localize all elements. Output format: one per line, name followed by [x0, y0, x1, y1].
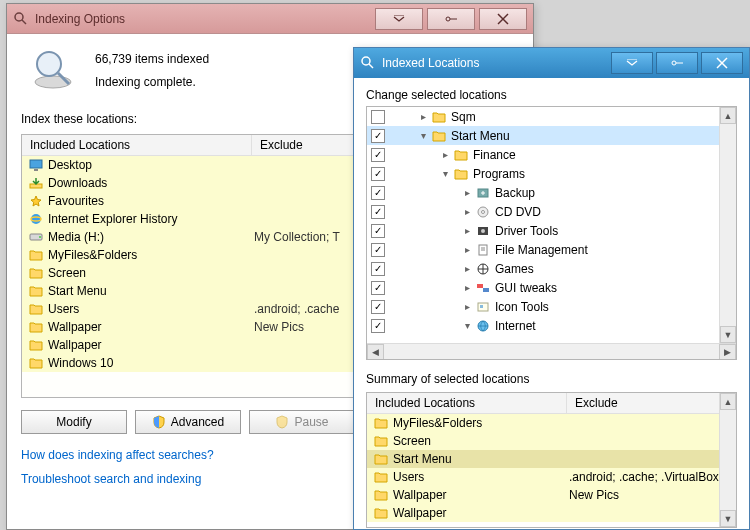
svg-rect-11: [34, 169, 38, 171]
tree-row[interactable]: ✓▸Driver Tools: [367, 221, 736, 240]
col-exclude[interactable]: Exclude: [567, 393, 626, 413]
tree-row[interactable]: ✓▸GUI tweaks: [367, 278, 736, 297]
location-name: Favourites: [48, 194, 254, 208]
tree-row[interactable]: ✓▸Backup: [367, 183, 736, 202]
svg-point-8: [37, 52, 61, 76]
tree-expander-icon[interactable]: ▸: [461, 206, 473, 217]
tree-row[interactable]: ✓▸Finance: [367, 145, 736, 164]
tree-checkbox[interactable]: ✓: [371, 224, 385, 238]
svg-point-17: [362, 57, 370, 65]
tree-node-label: File Management: [495, 243, 588, 257]
shield-icon: [152, 415, 166, 429]
titlebar-close-button[interactable]: [479, 8, 527, 30]
tree-checkbox[interactable]: ✓: [371, 167, 385, 181]
summary-row[interactable]: Screen: [367, 432, 736, 450]
tree-row[interactable]: ✓▾Start Menu: [367, 126, 736, 145]
tree-horizontal-scrollbar[interactable]: ◀▶: [367, 343, 736, 360]
summary-name: Wallpaper: [393, 488, 569, 502]
tree-checkbox[interactable]: ✓: [371, 262, 385, 276]
summary-row[interactable]: WallpaperNew Pics: [367, 486, 736, 504]
summary-row[interactable]: Start Menu: [367, 450, 736, 468]
tree-node-label: Finance: [473, 148, 516, 162]
advanced-button[interactable]: Advanced: [135, 410, 241, 434]
tree-checkbox[interactable]: ✓: [371, 205, 385, 219]
folder-icon: [431, 110, 447, 124]
tree-checkbox[interactable]: ✓: [371, 148, 385, 162]
summary-row[interactable]: MyFiles&Folders: [367, 414, 736, 432]
summary-name: Users: [393, 470, 569, 484]
tree-row[interactable]: ▸Sqm: [367, 107, 736, 126]
tree-expander-icon[interactable]: ▸: [461, 187, 473, 198]
titlebar-options[interactable]: Indexing Options: [7, 4, 533, 34]
tree-expander-icon[interactable]: ▸: [461, 282, 473, 293]
drive-icon: [28, 230, 44, 244]
tree-node-label: GUI tweaks: [495, 281, 557, 295]
titlebar-pin-button[interactable]: [427, 8, 475, 30]
tree-expander-icon[interactable]: ▾: [417, 130, 429, 141]
tree-checkbox[interactable]: ✓: [371, 186, 385, 200]
col-included[interactable]: Included Locations: [22, 135, 252, 155]
pause-button[interactable]: Pause: [249, 410, 355, 434]
summary-exclude: New Pics: [569, 488, 619, 502]
tree-expander-icon[interactable]: ▾: [461, 320, 473, 331]
location-name: Wallpaper: [48, 320, 254, 334]
svg-rect-36: [480, 305, 483, 308]
titlebar-pin-button[interactable]: [656, 52, 698, 74]
summary-row[interactable]: Wallpaper: [367, 504, 736, 522]
summary-row[interactable]: Users.android; .cache; .VirtualBox;: [367, 468, 736, 486]
tree-row[interactable]: ✓▸Games: [367, 259, 736, 278]
svg-point-20: [672, 61, 676, 65]
tree-checkbox[interactable]: [371, 110, 385, 124]
titlebar-locations[interactable]: Indexed Locations: [354, 48, 749, 78]
location-name: Internet Explorer History: [48, 212, 254, 226]
tree-expander-icon[interactable]: ▸: [461, 225, 473, 236]
summary-name: MyFiles&Folders: [393, 416, 569, 430]
tree-row[interactable]: ✓▸Icon Tools: [367, 297, 736, 316]
scroll-down-icon[interactable]: ▼: [720, 326, 736, 343]
tree-node-label: Sqm: [451, 110, 476, 124]
tree-checkbox[interactable]: ✓: [371, 129, 385, 143]
tree-node-label: Backup: [495, 186, 535, 200]
cd-icon: [475, 205, 491, 219]
driver-icon: [475, 224, 491, 238]
tree-node-label: Start Menu: [451, 129, 510, 143]
folder-icon: [28, 356, 44, 370]
tree-expander-icon[interactable]: ▸: [417, 111, 429, 122]
tree-vertical-scrollbar[interactable]: ▲▼: [719, 107, 736, 343]
tree-expander-icon[interactable]: ▸: [461, 263, 473, 274]
tree-row[interactable]: ✓▾Internet: [367, 316, 736, 335]
tree-checkbox[interactable]: ✓: [371, 243, 385, 257]
titlebar-close-button[interactable]: [701, 52, 743, 74]
svg-point-0: [15, 13, 23, 21]
tree-checkbox[interactable]: ✓: [371, 300, 385, 314]
svg-rect-33: [477, 284, 483, 288]
tree-expander-icon[interactable]: ▾: [439, 168, 451, 179]
change-locations-label: Change selected locations: [366, 88, 737, 102]
scroll-left-icon[interactable]: ◀: [367, 344, 384, 361]
tree-expander-icon[interactable]: ▸: [461, 301, 473, 312]
backup-icon: [475, 186, 491, 200]
tree-row[interactable]: ✓▸File Management: [367, 240, 736, 259]
tree-row[interactable]: ✓▸CD DVD: [367, 202, 736, 221]
titlebar-minimize-button[interactable]: [375, 8, 423, 30]
tree-expander-icon[interactable]: ▸: [461, 244, 473, 255]
scroll-down-icon[interactable]: ▼: [720, 510, 736, 527]
scroll-up-icon[interactable]: ▲: [720, 107, 736, 124]
downloads-icon: [28, 176, 44, 190]
tree-row[interactable]: ✓▾Programs: [367, 164, 736, 183]
location-name: Windows 10: [48, 356, 254, 370]
col-included[interactable]: Included Locations: [367, 393, 567, 413]
summary-vertical-scrollbar[interactable]: ▲▼: [719, 393, 736, 527]
location-name: Media (H:): [48, 230, 254, 244]
tree-checkbox[interactable]: ✓: [371, 281, 385, 295]
modify-button[interactable]: Modify: [21, 410, 127, 434]
svg-point-16: [39, 236, 41, 238]
tree-checkbox[interactable]: ✓: [371, 319, 385, 333]
window-title: Indexing Options: [35, 12, 371, 26]
titlebar-minimize-button[interactable]: [611, 52, 653, 74]
col-exclude[interactable]: Exclude: [252, 135, 311, 155]
scroll-up-icon[interactable]: ▲: [720, 393, 736, 410]
tree-expander-icon[interactable]: ▸: [439, 149, 451, 160]
svg-point-13: [31, 214, 41, 224]
scroll-right-icon[interactable]: ▶: [719, 344, 736, 361]
